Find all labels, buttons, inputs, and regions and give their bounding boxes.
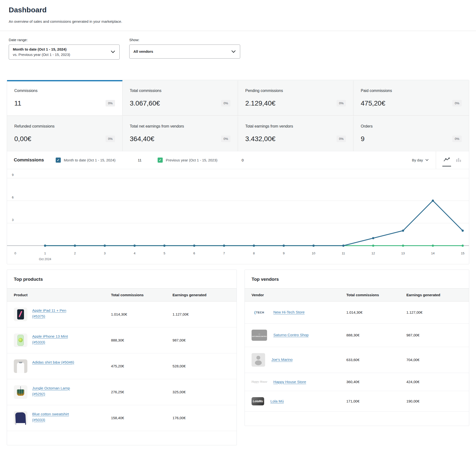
commissions-chart: 3690123456789101112131415Oct 2024	[7, 172, 469, 263]
vendor-link[interactable]: Joe's Marino	[271, 357, 293, 363]
product-link[interactable]: Apple iPhone 13 Mint (#5333)	[32, 333, 77, 345]
stat-label: Paid commissions	[361, 89, 462, 93]
svg-text:10: 10	[312, 252, 315, 255]
svg-text:11: 11	[342, 252, 345, 255]
table-row: Happy House Happy House Store 360,40€ 42…	[245, 373, 469, 391]
vendor-select[interactable]: All vendors	[129, 45, 240, 58]
stat-card-total-commissions[interactable]: Total commissions 3.067,60€0%	[123, 80, 238, 116]
date-range-filter: Date range: Month to date (Oct 1 - 15, 2…	[9, 38, 120, 59]
column-total-commissions: Total commissions	[346, 293, 407, 297]
top-products-title: Top products	[7, 270, 237, 288]
stat-value: 2.129,40€	[245, 99, 276, 107]
svg-text:6: 6	[12, 195, 14, 199]
stat-card-total-earnings[interactable]: Total earnings from vendors 3.432,00€0%	[238, 116, 353, 151]
interval-dropdown[interactable]: By day	[405, 158, 436, 162]
change-badge: 0%	[336, 100, 346, 106]
product-earnings: 176,00€	[173, 416, 230, 420]
stat-label: Refunded commissions	[14, 124, 115, 129]
product-earnings: 325,00€	[173, 390, 230, 394]
table-row: Blue cotton sweatshirt (#5033) 158,40€ 1…	[7, 405, 237, 431]
vendor-avatar[interactable]	[252, 353, 265, 367]
product-thumbnail[interactable]	[14, 385, 27, 399]
vendor-logo[interactable]: LolaMu	[252, 397, 264, 405]
product-thumbnail[interactable]	[14, 333, 27, 347]
person-icon	[254, 355, 263, 365]
svg-text:Oct 2024: Oct 2024	[39, 258, 51, 261]
svg-text:3: 3	[12, 218, 14, 222]
svg-text:6: 6	[193, 252, 195, 255]
chevron-down-icon	[425, 159, 428, 161]
vendor-select-value: All vendors	[133, 49, 153, 54]
table-footer	[7, 431, 237, 445]
product-total-commissions: 276,25€	[111, 390, 172, 394]
stat-value: 9	[361, 135, 365, 143]
legend-label: Previous year (Oct 1 - 15, 2023)	[166, 158, 217, 162]
product-link[interactable]: Adidas shirt b&w (#5046)	[32, 359, 74, 365]
vendor-logo[interactable]: TECH	[252, 308, 267, 317]
svg-text:1: 1	[44, 252, 46, 255]
vendor-logo[interactable]: ♡ SATURNOCONTRO	[252, 330, 267, 341]
column-vendor: Vendor	[252, 293, 346, 297]
top-products-card: Top products Product Total commissions E…	[7, 270, 237, 445]
vendor-filter: Show: All vendors	[129, 38, 240, 59]
vendor-logo-text: TECH	[256, 311, 264, 314]
stat-card-paid-commissions[interactable]: Paid commissions 475,20€0%	[353, 80, 469, 116]
vendor-logo[interactable]: Happy House	[252, 379, 267, 385]
date-range-select[interactable]: Month to date (Oct 1 - 15, 2024) vs. Pre…	[9, 45, 120, 59]
product-earnings: 987,00€	[173, 338, 230, 342]
vendor-logo-text: LolaMu	[253, 399, 263, 403]
table-row: TECH New Hi-Tech Store 1.014,30€ 1.127,0…	[245, 301, 469, 324]
product-link[interactable]: Apple iPad 11 + Pen (#5375)	[32, 308, 77, 319]
legend-current-period[interactable]: ✓ Month to date (Oct 1 - 15, 2024)	[56, 158, 115, 163]
checkbox-checked[interactable]: ✓	[158, 158, 163, 163]
line-chart-icon[interactable]	[442, 154, 451, 167]
vendor-link[interactable]: New Hi-Tech Store	[273, 309, 304, 315]
vendor-link[interactable]: Lola Mú	[271, 398, 284, 404]
column-earnings-generated: Earnings generated	[173, 293, 230, 297]
stat-card-orders[interactable]: Orders 90%	[353, 116, 469, 151]
vendor-link[interactable]: Happy House Store	[273, 379, 306, 385]
top-vendors-card: Top vendors Vendor Total commissions Ear…	[245, 270, 469, 426]
stat-value: 0,00€	[14, 135, 31, 143]
vendor-logo-text: SATURNOCONTRO	[252, 336, 267, 337]
vendor-earnings: 190,00€	[406, 399, 462, 403]
stat-card-commissions[interactable]: Commissions 110%	[7, 80, 123, 116]
product-thumbnail[interactable]	[14, 308, 27, 321]
stat-label: Pending commissions	[245, 89, 346, 93]
table-row: ♡ SATURNOCONTRO Saturno Contro Shop 888,…	[245, 324, 469, 347]
stat-label: Total earnings from vendors	[245, 124, 346, 129]
table-row: Jungle Octoman Lamp (#5292) 276,25€ 325,…	[7, 379, 237, 405]
product-total-commissions: 158,40€	[111, 416, 172, 420]
stat-card-refunded-commissions[interactable]: Refunded commissions 0,00€0%	[7, 116, 123, 151]
checkbox-checked[interactable]: ✓	[56, 158, 61, 163]
date-range-compare: vs. Previous year (Oct 1 - 15, 2023)	[13, 52, 70, 57]
table-row: Adidas shirt b&w (#5046) 475,20€ 528,00€	[7, 353, 237, 379]
svg-text:8: 8	[253, 252, 255, 255]
vendor-link[interactable]: Saturno Contro Shop	[273, 332, 309, 338]
product-thumbnail[interactable]	[14, 359, 27, 373]
column-earnings-generated: Earnings generated	[406, 293, 462, 297]
product-link[interactable]: Blue cotton sweatshirt (#5033)	[32, 411, 77, 423]
change-badge: 0%	[336, 136, 346, 142]
chart-header: Commissions ✓ Month to date (Oct 1 - 15,…	[7, 151, 469, 169]
stat-card-total-net-earnings[interactable]: Total net earnings from vendors 364,40€0…	[123, 116, 238, 151]
change-badge: 0%	[452, 100, 462, 106]
vendor-earnings: 987,00€	[406, 333, 462, 337]
vendor-select-current: All vendors	[133, 49, 153, 54]
svg-text:12: 12	[371, 252, 375, 255]
svg-text:13: 13	[401, 252, 405, 255]
legend-count: 11	[138, 158, 142, 162]
date-range-value: Month to date (Oct 1 - 15, 2024) vs. Pre…	[13, 47, 70, 57]
stat-card-pending-commissions[interactable]: Pending commissions 2.129,40€0%	[238, 80, 353, 116]
product-total-commissions: 888,30€	[111, 338, 172, 342]
stat-value: 475,20€	[361, 99, 385, 107]
vendor-earnings: 1.127,00€	[406, 310, 462, 314]
svg-text:4: 4	[134, 252, 135, 255]
legend-previous-period[interactable]: ✓ Previous year (Oct 1 - 15, 2023)	[158, 158, 217, 163]
bar-chart-icon[interactable]	[454, 154, 463, 167]
product-link[interactable]: Jungle Octoman Lamp (#5292)	[32, 385, 77, 397]
stat-label: Commissions	[14, 89, 115, 93]
stat-value: 3.432,00€	[245, 135, 276, 143]
product-thumbnail[interactable]	[14, 411, 27, 425]
change-badge: 0%	[221, 100, 230, 106]
